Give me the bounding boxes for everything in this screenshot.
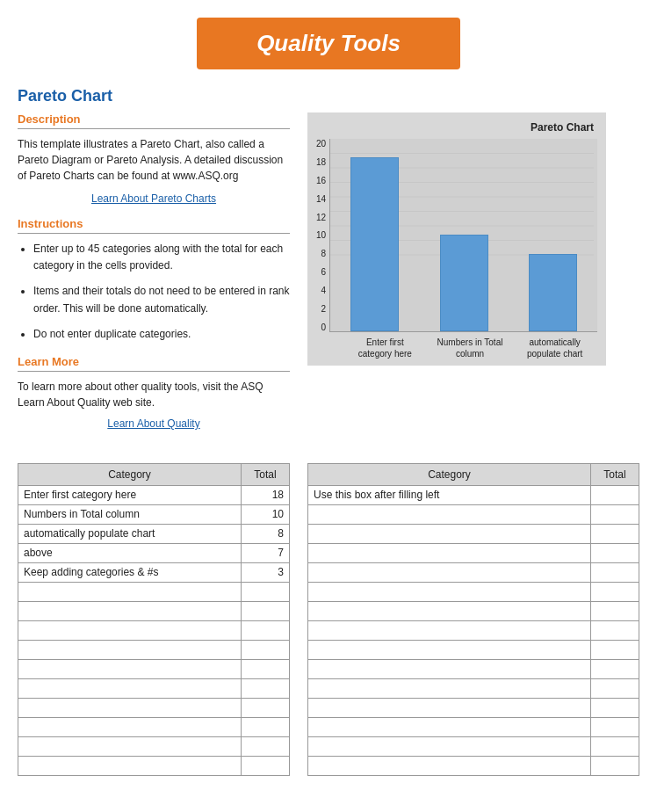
y-label-2: 2: [321, 304, 327, 314]
right-total-cell[interactable]: [591, 504, 639, 524]
right-category-cell[interactable]: Use this box after filling left: [308, 485, 591, 504]
right-total-cell[interactable]: [591, 640, 639, 659]
left-total-cell[interactable]: [242, 678, 290, 698]
right-category-cell[interactable]: [308, 756, 591, 775]
left-table-total-header: Total: [242, 463, 290, 485]
x-label-1: Enter firstcategory here: [343, 335, 428, 361]
left-total-cell[interactable]: 7: [242, 543, 290, 562]
right-category-cell[interactable]: [308, 717, 591, 736]
table-row: [18, 659, 290, 678]
table-row: [308, 640, 639, 659]
left-total-cell[interactable]: [242, 640, 290, 659]
table-row: [308, 562, 639, 582]
chart-container: Pareto Chart 20 18 16 14 12 10 8 6 4 2 0: [307, 112, 606, 366]
right-category-cell[interactable]: [308, 562, 591, 582]
right-category-cell[interactable]: [308, 620, 591, 640]
left-category-cell[interactable]: above: [18, 543, 242, 562]
left-total-cell[interactable]: 18: [242, 485, 290, 504]
table-row: [18, 717, 290, 736]
y-label-20: 20: [316, 139, 326, 149]
left-total-cell[interactable]: [242, 620, 290, 640]
instruction-item-3: Do not enter duplicate categories.: [33, 326, 290, 343]
page-title: Pareto Chart: [18, 87, 639, 105]
left-table-category-header: Category: [18, 463, 242, 485]
left-category-cell[interactable]: [18, 698, 242, 717]
learn-pareto-link[interactable]: Learn About Pareto Charts: [18, 192, 290, 205]
right-category-cell[interactable]: [308, 543, 591, 562]
right-table: Category Total Use this box after fillin…: [307, 463, 639, 776]
y-axis: 20 18 16 14 12 10 8 6 4 2 0: [316, 139, 329, 332]
left-category-cell[interactable]: [18, 678, 242, 698]
right-category-cell[interactable]: [308, 736, 591, 756]
right-category-cell[interactable]: [308, 698, 591, 717]
left-category-cell[interactable]: automatically populate chart: [18, 524, 242, 543]
table-row: [308, 543, 639, 562]
table-row: [308, 659, 639, 678]
left-total-cell[interactable]: [242, 659, 290, 678]
table-row: above7: [18, 543, 290, 562]
right-total-cell[interactable]: [591, 562, 639, 582]
y-label-12: 12: [316, 213, 326, 222]
left-category-cell[interactable]: [18, 659, 242, 678]
left-category-cell[interactable]: Enter first category here: [18, 485, 242, 504]
table-row: [308, 582, 639, 601]
left-category-cell[interactable]: [18, 717, 242, 736]
right-category-cell[interactable]: [308, 640, 591, 659]
left-category-cell[interactable]: [18, 756, 242, 775]
y-label-14: 14: [316, 194, 326, 204]
left-total-cell[interactable]: [242, 756, 290, 775]
table-row: [18, 698, 290, 717]
left-total-cell[interactable]: 8: [242, 524, 290, 543]
right-total-cell[interactable]: [591, 678, 639, 698]
right-total-cell[interactable]: [591, 601, 639, 620]
left-total-cell[interactable]: [242, 601, 290, 620]
right-category-cell[interactable]: [308, 601, 591, 620]
left-table-body: Enter first category here18Numbers in To…: [18, 485, 290, 775]
left-category-cell[interactable]: [18, 736, 242, 756]
table-row: [18, 620, 290, 640]
right-category-cell[interactable]: [308, 524, 591, 543]
left-total-cell[interactable]: [242, 717, 290, 736]
left-category-cell[interactable]: [18, 640, 242, 659]
left-column: Description This template illustrates a …: [18, 112, 290, 442]
table-row: Use this box after filling left: [308, 485, 639, 504]
left-total-cell[interactable]: [242, 582, 290, 601]
left-category-cell[interactable]: [18, 620, 242, 640]
left-category-cell[interactable]: [18, 601, 242, 620]
left-category-cell[interactable]: Numbers in Total column: [18, 504, 242, 524]
left-total-cell[interactable]: [242, 698, 290, 717]
table-row: [308, 698, 639, 717]
right-total-cell[interactable]: [591, 659, 639, 678]
description-text: This template illustrates a Pareto Chart…: [18, 136, 290, 184]
learn-quality-link[interactable]: Learn About Quality: [18, 417, 290, 430]
bar-group-1: [330, 139, 419, 331]
table-row: [18, 640, 290, 659]
y-label-8: 8: [321, 249, 327, 258]
right-table-category-header: Category: [308, 463, 591, 485]
right-total-cell[interactable]: [591, 524, 639, 543]
right-total-cell[interactable]: [591, 698, 639, 717]
left-category-cell[interactable]: [18, 582, 242, 601]
left-total-cell[interactable]: [242, 736, 290, 756]
right-category-cell[interactable]: [308, 582, 591, 601]
right-total-cell[interactable]: [591, 485, 639, 504]
left-table-container: Category Total Enter first category here…: [18, 463, 290, 776]
right-category-cell[interactable]: [308, 659, 591, 678]
right-category-cell[interactable]: [308, 504, 591, 524]
header-title: Quality Tools: [256, 30, 401, 56]
left-total-cell[interactable]: 10: [242, 504, 290, 524]
right-total-cell[interactable]: [591, 736, 639, 756]
right-total-cell[interactable]: [591, 543, 639, 562]
right-total-cell[interactable]: [591, 582, 639, 601]
table-row: [308, 620, 639, 640]
left-category-cell[interactable]: Keep adding categories & #s: [18, 562, 242, 582]
right-total-cell[interactable]: [591, 620, 639, 640]
y-label-0: 0: [321, 323, 327, 332]
bar-2: [440, 235, 488, 331]
right-total-cell[interactable]: [591, 717, 639, 736]
left-total-cell[interactable]: 3: [242, 562, 290, 582]
right-category-cell[interactable]: [308, 678, 591, 698]
right-total-cell[interactable]: [591, 756, 639, 775]
right-column: Pareto Chart 20 18 16 14 12 10 8 6 4 2 0: [307, 112, 639, 366]
table-row: [18, 756, 290, 775]
